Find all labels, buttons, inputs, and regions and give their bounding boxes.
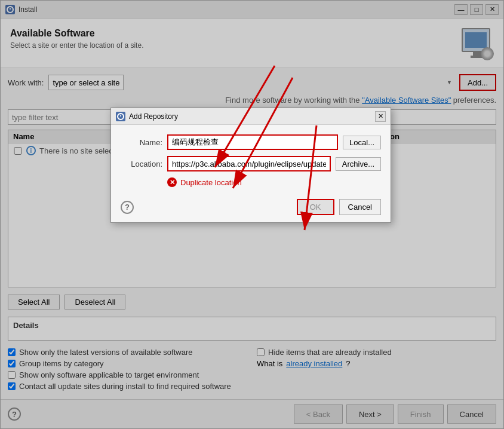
ok-button[interactable]: OK — [297, 199, 334, 215]
error-icon: ✕ — [167, 177, 177, 187]
dialog-title-left: Add Repository — [116, 112, 178, 121]
dialog-body: Name: Local... Location: Archive... ✕ Du… — [111, 125, 391, 194]
dialog-close-button[interactable]: ✕ — [375, 111, 386, 122]
location-input[interactable] — [167, 156, 331, 171]
dialog-footer: ? OK Cancel — [111, 194, 391, 222]
error-message: Duplicate location — [180, 178, 242, 187]
local-button[interactable]: Local... — [343, 136, 381, 149]
dialog-icon — [116, 112, 125, 121]
dialog-action-buttons: OK Cancel — [297, 199, 381, 215]
name-label: Name: — [121, 138, 162, 147]
name-input[interactable] — [167, 134, 338, 150]
location-field-row: Location: Archive... — [121, 156, 381, 171]
location-label: Location: — [121, 160, 162, 168]
dialog-title-text: Add Repository — [129, 112, 178, 121]
dialog-cancel-button[interactable]: Cancel — [339, 199, 381, 215]
name-field-row: Name: Local... — [121, 134, 381, 150]
dialog-title-bar: Add Repository ✕ — [111, 108, 391, 125]
error-row: ✕ Duplicate location — [121, 177, 381, 187]
dialog-help-button[interactable]: ? — [121, 201, 134, 214]
add-repository-dialog: Add Repository ✕ Name: Local... Location… — [110, 108, 391, 223]
archive-button[interactable]: Archive... — [336, 157, 381, 171]
modal-overlay: Add Repository ✕ Name: Local... Location… — [0, 0, 504, 429]
